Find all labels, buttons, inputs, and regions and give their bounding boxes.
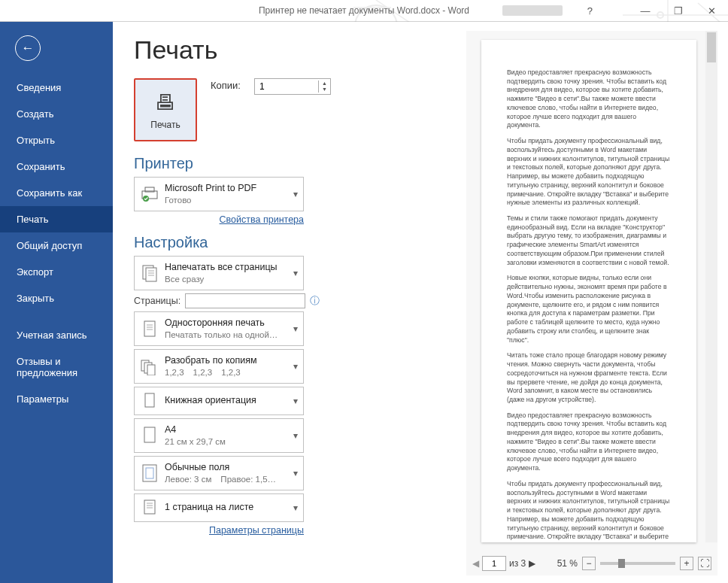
svg-rect-21 — [144, 500, 155, 514]
copies-stepper[interactable]: 1 ▲▼ — [254, 78, 331, 95]
sidebar-item-8[interactable]: Закрыть — [0, 285, 113, 311]
orientation-select[interactable]: Книжная ориентация ▾ — [134, 387, 304, 415]
sidebar-item-7[interactable]: Экспорт — [0, 259, 113, 285]
chevron-down-icon: ▾ — [291, 323, 300, 334]
sheet-icon — [139, 497, 160, 518]
print-button[interactable]: 🖶 Печать — [134, 78, 197, 141]
sidebar-item2-2[interactable]: Параметры — [0, 386, 113, 412]
chevron-down-icon: ▾ — [291, 468, 300, 478]
title-bar: Принтер не печатает документы Word.docx … — [0, 0, 728, 21]
sidebar-item-2[interactable]: Открыть — [0, 127, 113, 153]
copies-value[interactable]: 1 — [255, 81, 318, 92]
spin-down-icon[interactable]: ▼ — [319, 87, 330, 93]
help-button[interactable]: ? — [587, 5, 593, 17]
preview-paragraph: Новые кнопки, которые видны, только если… — [507, 274, 671, 345]
svg-rect-19 — [143, 465, 156, 481]
chevron-down-icon: ▾ — [291, 361, 300, 372]
pages-input[interactable] — [185, 293, 305, 308]
svg-rect-16 — [147, 365, 155, 375]
one-sided-icon — [139, 318, 160, 339]
sidebar-item-6[interactable]: Общий доступ — [0, 232, 113, 259]
svg-rect-10 — [144, 321, 155, 336]
zoom-label: 51 % — [557, 558, 578, 569]
backstage-sidebar: ← СведенияСоздатьОткрытьСохранитьСохрани… — [0, 22, 113, 583]
window-title: Принтер не печатает документы Word.docx … — [259, 5, 469, 16]
printer-status: Готово — [165, 195, 291, 205]
minimize-button[interactable]: — — [629, 0, 662, 21]
user-badge[interactable] — [502, 5, 563, 16]
printer-icon: 🖶 — [155, 90, 176, 115]
sidebar-item-0[interactable]: Сведения — [0, 74, 113, 101]
page-number-input[interactable] — [482, 556, 506, 571]
sidebar-item-1[interactable]: Создать — [0, 101, 113, 127]
preview-paragraph: Чтобы придать документу профессиональный… — [507, 480, 671, 542]
margins-select[interactable]: Обычные поля Левое: 3 см Правое: 1,5… ▾ — [134, 456, 304, 490]
restore-button[interactable]: ❐ — [662, 0, 695, 21]
print-panel: Печать 🖶 Печать Копии: 1 ▲▼ Принтер ⓘ Mi… — [113, 22, 728, 583]
zoom-in-button[interactable]: + — [680, 557, 693, 570]
chevron-down-icon: ▾ — [291, 268, 300, 278]
next-page-button[interactable]: ▶ — [529, 558, 535, 569]
preview-paragraph: Чтобы придать документу профессиональный… — [507, 137, 671, 208]
svg-point-4 — [143, 196, 149, 202]
svg-rect-6 — [146, 268, 156, 281]
page-size-icon — [139, 425, 160, 446]
close-button[interactable]: ✕ — [695, 0, 728, 21]
sidebar-item2-1[interactable]: Отзывы и предложения — [0, 348, 113, 386]
chevron-down-icon: ▾ — [291, 189, 300, 199]
svg-rect-18 — [144, 427, 155, 442]
info-icon[interactable]: ⓘ — [310, 294, 320, 308]
print-preview: Видео предоставляет прекрасную возможнос… — [466, 31, 717, 575]
fit-page-button[interactable]: ⛶ — [698, 557, 711, 570]
preview-scrollbar[interactable] — [705, 31, 717, 542]
printer-ready-icon — [139, 184, 160, 205]
pages-per-sheet-select[interactable]: 1 страница на листе ▾ — [134, 493, 304, 522]
chevron-down-icon: ▾ — [291, 396, 300, 406]
page-setup-link[interactable]: Параметры страницы — [134, 525, 304, 536]
svg-rect-17 — [145, 393, 154, 407]
sidebar-item-4[interactable]: Сохранить как — [0, 180, 113, 206]
sidebar-item-3[interactable]: Сохранить — [0, 153, 113, 180]
preview-paragraph: Видео предоставляет прекрасную возможнос… — [507, 68, 671, 130]
preview-paragraph: Читать тоже стало проще благодаря новому… — [507, 351, 671, 404]
page-total-label: из 3 — [509, 558, 526, 569]
zoom-slider[interactable] — [600, 562, 675, 565]
preview-paragraph: Видео предоставляет прекрасную возможнос… — [507, 411, 671, 473]
back-button[interactable]: ← — [15, 35, 41, 61]
printer-properties-link[interactable]: Свойства принтера — [134, 214, 304, 225]
chevron-down-icon: ▾ — [291, 503, 300, 513]
portrait-icon — [139, 390, 160, 411]
sidebar-item2-0[interactable]: Учетная запись — [0, 322, 113, 348]
prev-page-button[interactable]: ◀ — [472, 558, 479, 569]
preview-footer: ◀ из 3 ▶ 51 % − + ⛶ — [466, 551, 717, 575]
printer-name: Microsoft Print to PDF — [165, 183, 291, 195]
pages-icon — [139, 263, 160, 284]
collate-select[interactable]: Разобрать по копиям 1,2,3 1,2,3 1,2,3 ▾ — [134, 349, 304, 384]
pages-label: Страницы: — [134, 296, 180, 306]
sided-select[interactable]: Односторонняя печать Печатать только на … — [134, 311, 304, 346]
copies-label: Копии: — [211, 78, 241, 91]
preview-page: Видео предоставляет прекрасную возможнос… — [481, 40, 696, 542]
spin-up-icon[interactable]: ▲ — [319, 80, 330, 87]
zoom-out-button[interactable]: − — [582, 557, 596, 570]
sidebar-item-5[interactable]: Печать — [0, 206, 113, 232]
collate-icon — [139, 356, 160, 377]
margins-icon — [139, 463, 160, 484]
preview-paragraph: Темы и стили также помогают придать доку… — [507, 214, 671, 267]
print-range-select[interactable]: Напечатать все страницы Все сразу ▾ — [134, 256, 304, 290]
chevron-down-icon: ▾ — [291, 430, 300, 441]
printer-select[interactable]: Microsoft Print to PDF Готово ▾ — [134, 177, 304, 211]
paper-size-select[interactable]: A4 21 см x 29,7 см ▾ — [134, 418, 304, 453]
print-button-label: Печать — [150, 120, 180, 130]
